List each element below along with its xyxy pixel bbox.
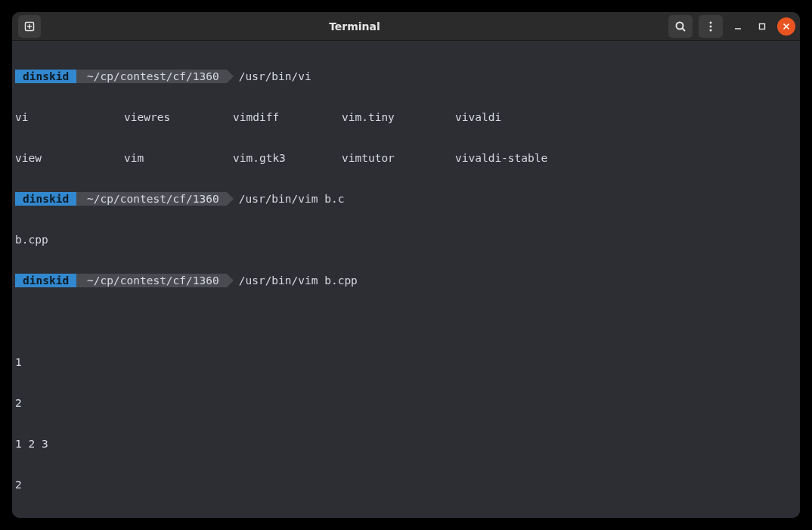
command-text: /usr/bin/vim b.cpp	[227, 274, 358, 287]
command-text: /usr/bin/vim b.c	[227, 192, 345, 206]
close-icon	[783, 23, 790, 30]
completion-row: view vim vim.gtk3 vimtutor vivaldi-stabl…	[15, 151, 797, 165]
prompt-user: dinskid	[15, 274, 76, 287]
blank-line	[15, 315, 797, 328]
menu-icon	[705, 20, 717, 33]
completion-item: vim.gtk3	[233, 151, 342, 165]
output-line: 2	[15, 396, 797, 410]
completion-item: vim.tiny	[342, 110, 455, 124]
svg-point-5	[710, 21, 712, 23]
completion-item: viewres	[124, 110, 233, 124]
completion-item: vimtutor	[342, 151, 455, 165]
prompt-line: dinskid ~/cp/contest/cf/1360 /usr/bin/vi…	[15, 192, 797, 206]
terminal-window: Terminal	[12, 12, 800, 518]
terminal-content[interactable]: dinskid ~/cp/contest/cf/1360 /usr/bin/vi…	[12, 41, 800, 518]
prompt-user: dinskid	[15, 192, 76, 206]
output-line: 1 2 3	[15, 437, 797, 451]
svg-rect-9	[760, 23, 765, 29]
prompt-line: dinskid ~/cp/contest/cf/1360 /usr/bin/vi	[15, 70, 797, 83]
svg-point-6	[710, 25, 712, 27]
window-title: Terminal	[41, 20, 668, 33]
completion-item: vivaldi-stable	[455, 151, 564, 165]
maximize-icon	[758, 23, 766, 30]
search-icon	[674, 20, 686, 33]
prompt-path: ~/cp/contest/cf/1360	[76, 70, 227, 83]
completion-row: vi viewres vimdiff vim.tiny vivaldi	[15, 110, 797, 124]
svg-point-7	[710, 29, 712, 31]
completion-item: vimdiff	[233, 110, 342, 124]
prompt-user: dinskid	[15, 70, 76, 83]
completion-item: view	[15, 151, 124, 165]
completion-item: vivaldi	[455, 110, 564, 124]
completion-item: vim	[124, 151, 233, 165]
close-button[interactable]	[777, 17, 795, 36]
prompt-path: ~/cp/contest/cf/1360	[76, 192, 227, 206]
new-tab-icon	[23, 20, 36, 33]
output-line: 2	[15, 478, 797, 491]
output-line: 1	[15, 355, 797, 369]
minimize-icon	[734, 23, 742, 30]
minimize-button[interactable]	[729, 17, 747, 36]
new-tab-button[interactable]	[18, 15, 41, 38]
output-line: b.cpp	[15, 233, 797, 246]
command-text: /usr/bin/vi	[227, 70, 311, 83]
completion-item: vi	[15, 110, 124, 124]
titlebar: Terminal	[12, 12, 800, 41]
prompt-path: ~/cp/contest/cf/1360	[76, 274, 227, 287]
maximize-button[interactable]	[753, 17, 771, 36]
menu-button[interactable]	[699, 15, 723, 38]
svg-point-3	[677, 22, 683, 29]
prompt-line: dinskid ~/cp/contest/cf/1360 /usr/bin/vi…	[15, 274, 797, 287]
svg-line-4	[683, 28, 686, 31]
search-button[interactable]	[668, 15, 693, 38]
